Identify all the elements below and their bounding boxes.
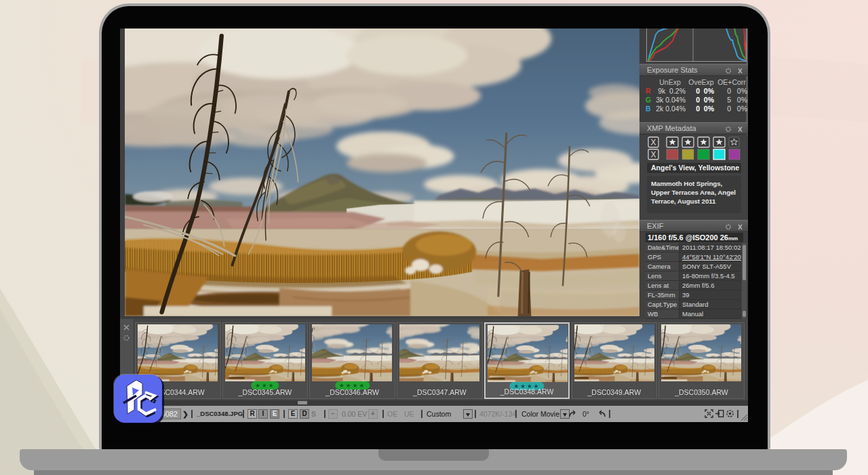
svg-text:X: X <box>650 138 656 147</box>
svg-text:X: X <box>650 150 656 159</box>
